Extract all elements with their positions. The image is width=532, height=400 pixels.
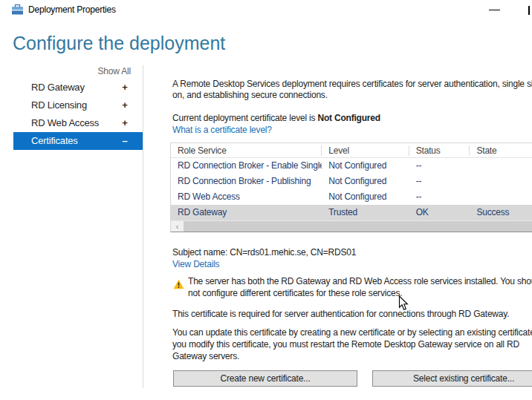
minimize-button[interactable] bbox=[481, 0, 508, 19]
column-header-level[interactable]: Level bbox=[322, 145, 409, 156]
minimize-icon bbox=[489, 10, 500, 10]
window-title: Deployment Properties bbox=[28, 4, 116, 15]
expand-icon[interactable]: + bbox=[117, 114, 132, 132]
cell-state bbox=[470, 176, 532, 187]
update-text-line2: you modify this certificate, you must re… bbox=[172, 339, 519, 350]
warning-icon bbox=[173, 279, 184, 289]
cell-role-service: RD Web Access bbox=[171, 191, 322, 203]
table-row-selected[interactable]: RD Gateway Trusted OK Success bbox=[171, 205, 532, 220]
sidebar-item-rd-web-access[interactable]: RD Web Access + bbox=[13, 114, 143, 132]
role-service-table: Role Service Level Status State RD Conne… bbox=[170, 142, 532, 232]
show-all-link[interactable]: Show All bbox=[0, 66, 131, 76]
cell-state bbox=[470, 191, 532, 203]
select-existing-certificate-button[interactable]: Select existing certificate... bbox=[372, 370, 532, 387]
collapse-icon[interactable]: – bbox=[117, 132, 132, 150]
cell-level: Trusted bbox=[322, 207, 409, 218]
table-header-row: Role Service Level Status State bbox=[171, 143, 532, 158]
deployment-properties-window: { "window": { "title": "Deployment Prope… bbox=[0, 0, 532, 400]
deployment-properties-icon bbox=[11, 4, 24, 16]
scrollbar-thumb[interactable] bbox=[184, 221, 532, 232]
intro-text-line2: on, and establishing secure connections. bbox=[172, 90, 328, 101]
scroll-left-arrow-icon[interactable]: ‹ bbox=[171, 221, 184, 232]
cell-status: -- bbox=[409, 160, 470, 171]
subject-name-text: Subject name: CN=rds01.mehic.se, CN=RDS0… bbox=[172, 247, 356, 258]
table-row[interactable]: RD Connection Broker - Enable Single Sig… bbox=[171, 158, 532, 174]
sidebar-item-label: RD Web Access bbox=[31, 117, 99, 128]
column-header-status[interactable]: Status bbox=[409, 145, 470, 156]
expand-icon[interactable]: + bbox=[117, 79, 132, 96]
update-text-line1: You can update this certificate by creat… bbox=[172, 327, 532, 338]
certificate-level-value: Not Configured bbox=[317, 113, 380, 123]
page-title: Configure the deployment bbox=[13, 33, 225, 54]
what-is-certificate-level-link[interactable]: What is a certificate level? bbox=[172, 125, 272, 136]
cell-status: -- bbox=[409, 191, 470, 203]
cell-status: OK bbox=[409, 207, 470, 218]
certificate-required-text: This certificate is required for server … bbox=[172, 309, 509, 320]
sidebar-item-label: RD Gateway bbox=[31, 82, 85, 93]
cell-state: Success bbox=[470, 207, 532, 218]
cell-level: Not Configured bbox=[322, 176, 409, 187]
intro-text-line1: A Remote Desktop Services deployment req… bbox=[172, 79, 532, 90]
view-details-link[interactable]: View Details bbox=[172, 259, 219, 270]
sidebar-item-certificates[interactable]: Certificates – bbox=[13, 132, 143, 150]
table-row[interactable]: RD Web Access Not Configured -- bbox=[171, 189, 532, 205]
certificate-level-prefix: Current deployment certificate level is bbox=[172, 113, 317, 123]
sidebar-item-rd-gateway[interactable]: RD Gateway + bbox=[13, 79, 143, 96]
content-pane: A Remote Desktop Services deployment req… bbox=[170, 74, 532, 400]
column-header-state[interactable]: State bbox=[470, 145, 532, 156]
cell-state bbox=[470, 160, 532, 171]
expand-icon[interactable]: + bbox=[117, 96, 132, 114]
cell-level: Not Configured bbox=[322, 191, 409, 203]
create-new-certificate-button[interactable]: Create new certificate... bbox=[173, 370, 357, 387]
cell-role-service: RD Gateway bbox=[171, 207, 322, 218]
certificate-level-text: Current deployment certificate level is … bbox=[172, 113, 380, 124]
table-row[interactable]: RD Connection Broker - Publishing Not Co… bbox=[171, 174, 532, 189]
cell-status: -- bbox=[409, 176, 470, 187]
sidebar-divider bbox=[143, 65, 143, 388]
update-text-line3: Gateway servers. bbox=[172, 351, 239, 362]
cell-role-service: RD Connection Broker - Publishing bbox=[171, 176, 322, 187]
warning-text-line1: The server has both the RD Gateway and R… bbox=[188, 276, 532, 287]
cell-role-service: RD Connection Broker - Enable Single Sig… bbox=[171, 160, 322, 171]
sidebar-item-label: RD Licensing bbox=[31, 99, 87, 111]
warning-text-line2: not configure different certificates for… bbox=[188, 288, 402, 299]
sidebar-item-label: Certificates bbox=[31, 135, 78, 146]
horizontal-scrollbar[interactable]: ‹ bbox=[171, 220, 532, 232]
title-bar: Deployment Properties bbox=[0, 0, 532, 19]
cell-level: Not Configured bbox=[322, 160, 409, 171]
maximize-icon[interactable] bbox=[528, 6, 530, 15]
sidebar-item-rd-licensing[interactable]: RD Licensing + bbox=[13, 96, 143, 114]
column-header-role-service[interactable]: Role Service bbox=[171, 145, 322, 156]
